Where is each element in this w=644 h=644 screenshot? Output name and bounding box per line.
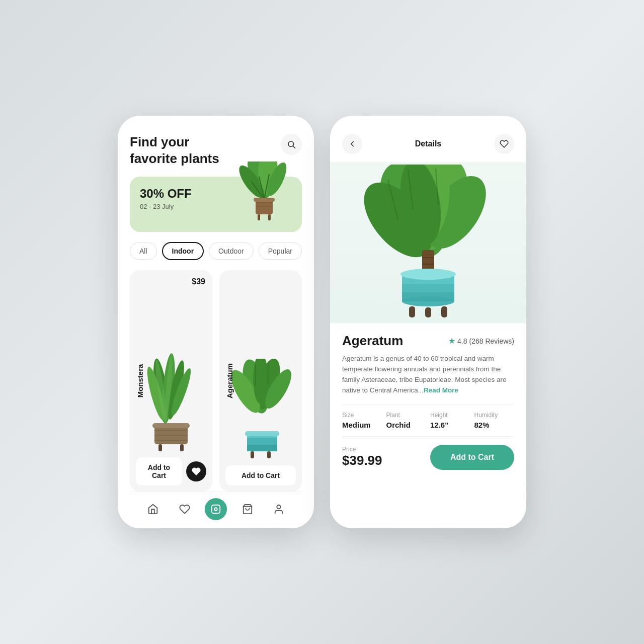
price-section: Price $39.99 xyxy=(342,446,382,468)
left-phone: Find your favorite plants 30% OFF 02 - 2… xyxy=(118,116,314,528)
heart-nav-icon xyxy=(179,504,190,515)
svg-rect-42 xyxy=(267,451,271,458)
add-to-cart-monstera[interactable]: Add to Cart xyxy=(136,457,182,486)
svg-line-1 xyxy=(293,146,295,148)
monstera-name: Monstera xyxy=(136,364,144,398)
back-button[interactable] xyxy=(342,134,362,154)
plant-description: Ageratum is a genus of 40 to 60 tropical… xyxy=(342,354,514,396)
profile-icon xyxy=(273,504,284,515)
spec-plant: Plant Orchid xyxy=(386,412,427,429)
spec-humidity: Humidity 82% xyxy=(474,412,515,429)
promo-plant-image xyxy=(231,162,297,232)
back-arrow-icon xyxy=(348,139,357,148)
price-label: Price xyxy=(342,446,382,453)
plant-card-monstera: $39 Monstera xyxy=(130,270,212,492)
svg-rect-11 xyxy=(254,198,275,202)
svg-rect-14 xyxy=(258,214,260,220)
search-icon xyxy=(287,140,296,149)
svg-point-46 xyxy=(277,505,280,509)
svg-rect-29 xyxy=(180,444,184,451)
detail-info: Ageratum ★ 4.8 (268 Reviews) Ageratum is… xyxy=(330,323,526,528)
title-line1: Find your xyxy=(130,134,189,149)
svg-rect-68 xyxy=(425,307,431,317)
nav-profile[interactable] xyxy=(268,498,290,520)
bottom-navigation xyxy=(130,492,302,528)
plant-cards-container: $39 Monstera xyxy=(130,270,302,492)
heart-icon xyxy=(192,467,201,476)
title-line2: favorite plants xyxy=(130,151,219,166)
category-tabs: All Indoor Outdoor Popular xyxy=(130,242,302,260)
search-button[interactable] xyxy=(281,134,302,155)
monstera-image xyxy=(130,270,212,451)
price-cart-row: Price $39.99 Add to Cart xyxy=(342,445,514,470)
specs-grid: Size Medium Plant Orchid Height 12.6" Hu… xyxy=(342,404,514,437)
detail-header: Details xyxy=(330,116,526,162)
cart-icon xyxy=(242,504,253,515)
spec-humidity-value: 82% xyxy=(474,421,515,429)
nav-shop[interactable] xyxy=(205,498,227,520)
svg-rect-63 xyxy=(402,284,454,292)
nav-favorites[interactable] xyxy=(174,498,196,520)
svg-rect-39 xyxy=(247,438,277,445)
plant-name-row: Ageratum ★ 4.8 (268 Reviews) xyxy=(342,333,514,349)
read-more-link[interactable]: Read More xyxy=(424,386,458,394)
promo-banner: 30% OFF 02 - 23 July xyxy=(130,177,302,232)
svg-rect-15 xyxy=(268,214,271,220)
add-to-cart-detail-button[interactable]: Add to Cart xyxy=(430,445,514,470)
ageratum-plant-svg xyxy=(223,359,298,459)
plant-detail-image-area xyxy=(330,162,526,323)
right-phone: Details xyxy=(330,116,526,528)
star-icon: ★ xyxy=(448,336,455,346)
shop-icon xyxy=(210,504,221,515)
reviews-count: (268 Reviews) xyxy=(469,337,514,345)
spec-height: Height 12.6" xyxy=(430,412,470,429)
spec-plant-label: Plant xyxy=(386,412,427,419)
tab-all[interactable]: All xyxy=(130,243,157,260)
ageratum-footer: Add to Cart xyxy=(219,459,302,492)
spec-size-label: Size xyxy=(342,412,382,419)
spec-height-label: Height xyxy=(430,412,470,419)
svg-point-65 xyxy=(400,269,456,280)
plant-card-ageratum: Ageratum xyxy=(219,270,302,492)
svg-rect-41 xyxy=(251,451,254,458)
tab-popular[interactable]: Popular xyxy=(259,243,302,260)
svg-rect-66 xyxy=(409,306,415,317)
monstera-price: $39 xyxy=(192,277,205,286)
svg-rect-43 xyxy=(212,505,220,514)
price-value: $39.99 xyxy=(342,453,382,468)
home-icon xyxy=(147,504,158,515)
tab-outdoor[interactable]: Outdoor xyxy=(209,243,254,260)
add-to-cart-ageratum[interactable]: Add to Cart xyxy=(225,465,296,486)
monstera-footer: Add to Cart xyxy=(130,451,212,492)
plant-detail-name: Ageratum xyxy=(342,333,403,349)
monstera-plant-svg xyxy=(133,351,209,451)
ageratum-name: Ageratum xyxy=(225,363,234,398)
svg-rect-28 xyxy=(158,444,162,451)
svg-rect-38 xyxy=(245,431,279,436)
detail-plant-svg xyxy=(358,165,499,320)
rating-value: 4.8 xyxy=(457,337,467,345)
spec-humidity-label: Humidity xyxy=(474,412,515,419)
spec-height-value: 12.6" xyxy=(430,421,470,429)
promo-plant-svg xyxy=(231,162,297,232)
svg-point-44 xyxy=(214,508,217,511)
svg-rect-64 xyxy=(402,292,454,301)
detail-page-title: Details xyxy=(415,139,441,148)
page-title: Find your favorite plants xyxy=(130,134,219,167)
favorite-monstera-button[interactable] xyxy=(186,461,206,481)
nav-cart[interactable] xyxy=(236,498,259,520)
nav-home[interactable] xyxy=(142,498,164,520)
spec-size-value: Medium xyxy=(342,421,382,429)
svg-rect-40 xyxy=(247,445,277,451)
tab-indoor[interactable]: Indoor xyxy=(162,242,204,260)
svg-rect-67 xyxy=(441,306,447,317)
svg-rect-24 xyxy=(152,423,190,428)
favorite-button[interactable] xyxy=(494,134,514,154)
spec-plant-value: Orchid xyxy=(386,421,427,429)
spec-size: Size Medium xyxy=(342,412,382,429)
rating-row: ★ 4.8 (268 Reviews) xyxy=(448,336,514,346)
heart-detail-icon xyxy=(500,139,509,148)
